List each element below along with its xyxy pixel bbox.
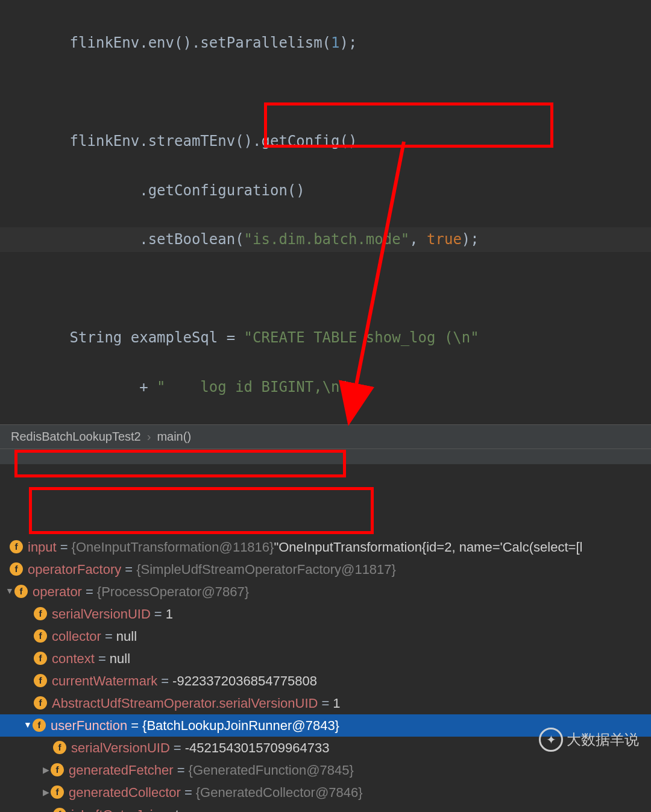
expand-arrow-icon[interactable]: ▶	[41, 786, 51, 799]
field-icon: f	[34, 652, 47, 665]
field-icon: f	[10, 540, 23, 553]
code-line	[0, 80, 651, 104]
variable-row[interactable]: ▶ f generatedCollector= {GeneratedCollec…	[0, 781, 651, 804]
chevron-right-icon: ›	[147, 430, 151, 444]
code-line	[0, 277, 651, 301]
variable-row[interactable]: ▼ f operator= {ProcessOperator@7867}	[0, 581, 651, 603]
code-line: .getConfiguration()	[0, 178, 651, 203]
variable-row[interactable]: f operatorFactory= {SimpleUdfStreamOpera…	[0, 558, 651, 581]
variable-row[interactable]: f context= null	[0, 647, 651, 670]
watermark: ✦ 大数据羊说	[539, 728, 639, 752]
field-icon: f	[51, 763, 64, 776]
variable-row[interactable]: f collector= null	[0, 625, 651, 647]
variable-row[interactable]: f currentWatermark= -9223372036854775808	[0, 670, 651, 692]
variable-row[interactable]: f input= {OneInputTransformation@11816} …	[0, 536, 651, 558]
debug-variables-panel[interactable]: f input= {OneInputTransformation@11816} …	[0, 536, 651, 812]
field-icon: f	[34, 629, 47, 643]
field-icon: f	[53, 741, 66, 754]
code-editor[interactable]: flinkEnv.env().setParallelism(1); flinkE…	[0, 0, 651, 424]
expand-arrow-icon[interactable]: ▼	[5, 585, 14, 597]
panel-divider	[0, 449, 651, 465]
field-icon: f	[10, 562, 23, 576]
field-icon: f	[34, 674, 47, 687]
variable-row[interactable]: f AbstractUdfStreamOperator.serialVersio…	[0, 692, 651, 714]
code-line: String exampleSql = "CREATE TABLE show_l…	[0, 326, 651, 350]
field-icon: f	[34, 607, 47, 620]
wechat-icon: ✦	[539, 728, 563, 752]
expand-arrow-icon[interactable]: ▶	[41, 764, 51, 776]
field-icon: f	[53, 808, 66, 812]
breadcrumb-item[interactable]: RedisBatchLookupTest2	[11, 430, 141, 444]
field-icon: f	[33, 719, 46, 732]
code-line: + " log id BIGINT,\n"	[0, 375, 651, 400]
code-line: flinkEnv.env().setParallelism(1);	[0, 31, 651, 55]
expand-arrow-icon[interactable]: ▼	[23, 719, 33, 731]
field-icon: f	[14, 585, 28, 598]
code-line: .setBoolean("is.dim.batch.mode", true);	[0, 227, 651, 252]
variable-row[interactable]: ▶ f generatedFetcher= {GeneratedFunction…	[0, 759, 651, 781]
variable-row[interactable]: f isLeftOuterJoin= true	[0, 804, 651, 812]
field-icon: f	[51, 785, 64, 799]
breadcrumb-item[interactable]: main()	[157, 430, 191, 444]
variable-row[interactable]: f serialVersionUID= 1	[0, 603, 651, 625]
breadcrumb[interactable]: RedisBatchLookupTest2 › main()	[0, 424, 651, 449]
code-line: flinkEnv.streamTEnv().getConfig()	[0, 129, 651, 154]
field-icon: f	[34, 696, 47, 710]
